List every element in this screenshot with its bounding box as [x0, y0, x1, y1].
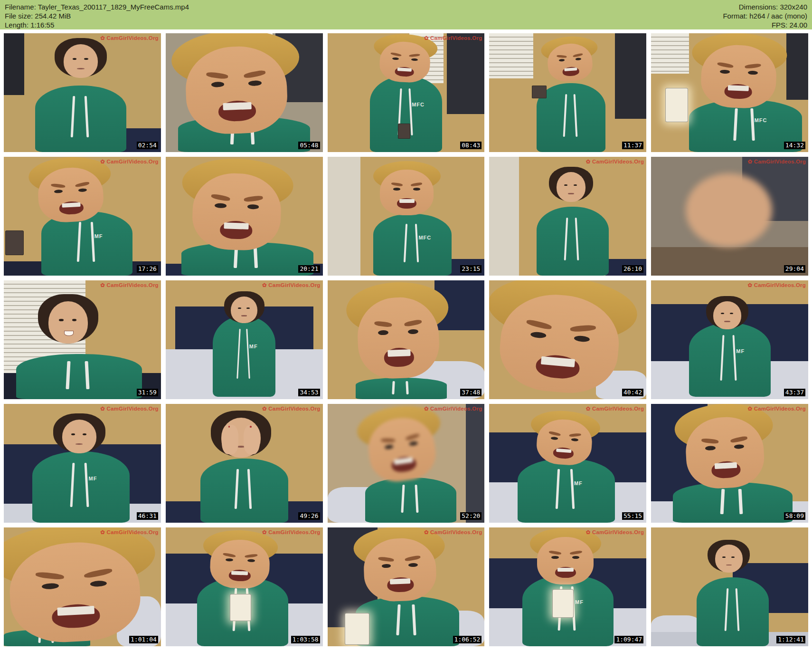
fingernail: [228, 426, 230, 427]
timestamp-badge: 20:21: [298, 265, 320, 273]
thumbnail-cell-16: MF✿ CamGirlVideos.Org46:31: [4, 404, 161, 523]
thumbnail-cell-2: 05:48: [166, 33, 323, 152]
person-mouth: [77, 68, 84, 69]
watermark: ✿ CamGirlVideos.Org: [100, 529, 159, 536]
thumbnail-cell-5: MFC14:32: [651, 33, 808, 152]
trump-mask-face: [360, 404, 442, 487]
watermark: ✿ CamGirlVideos.Org: [424, 35, 482, 41]
fps-label: FPS:: [772, 21, 787, 29]
hoodie-logo-text: MF: [249, 344, 258, 349]
background-panel: [447, 33, 484, 114]
thumbnail-cell-24: MF✿ CamGirlVideos.Org1:09:47: [489, 527, 646, 646]
person-eye: [246, 307, 250, 309]
trump-mask-face: [352, 284, 444, 382]
watermark: ✿ CamGirlVideos.Org: [586, 405, 644, 412]
watermark: ✿ CamGirlVideos.Org: [262, 529, 321, 536]
mask-eye: [720, 69, 730, 73]
trump-mask-face: [4, 527, 148, 646]
watermark: ✿ CamGirlVideos.Org: [424, 405, 482, 412]
person-skin: [557, 172, 585, 202]
thumbnail-cell-20: ✿ CamGirlVideos.Org58:09: [651, 404, 808, 523]
trump-mask-face: [377, 34, 434, 85]
hoodie-drawstring: [735, 588, 739, 631]
dimensions-line: Dimensions: 320x240: [723, 2, 807, 11]
thumbnail-cell-3: MFC✿ CamGirlVideos.Org08:43: [328, 33, 485, 152]
green-hoodie-figure: [537, 83, 606, 152]
file-info-left: Filename: Tayler_Texas_200117_1829_MyFre…: [5, 2, 189, 29]
mask-eye: [408, 563, 418, 566]
mask-eye: [748, 71, 758, 75]
trump-mask-face: [359, 527, 440, 603]
person-mouth: [76, 443, 83, 445]
hoodie-drawstring: [725, 588, 729, 631]
timestamp-badge: 17:26: [137, 265, 158, 273]
timestamp-badge: 46:31: [137, 512, 158, 520]
thumbnail-image: [489, 157, 646, 276]
mask-teeth: [223, 102, 252, 110]
green-hoodie-figure: MFC: [370, 76, 442, 152]
green-hoodie-figure: [356, 596, 459, 646]
hoodie-drawstring: [733, 108, 738, 140]
info-header: Filename: Tayler_Texas_200117_1829_MyFre…: [0, 0, 812, 29]
background-panel: [615, 33, 646, 119]
trump-mask-face: [535, 530, 596, 586]
person-eye: [722, 556, 726, 558]
phone: [398, 124, 410, 139]
person-mouth: [64, 331, 74, 335]
filesize-value: 254.42 MiB: [35, 12, 71, 20]
green-hoodie-figure: MF: [213, 316, 275, 397]
trump-mask-face: [491, 280, 629, 399]
thumbnail-image: MFC: [328, 33, 485, 152]
trump-mask-face: [207, 531, 274, 591]
thumbnail-image: [166, 527, 323, 646]
hoodie-drawstring: [750, 108, 755, 140]
hoodie-logo-text: MFC: [418, 235, 431, 240]
hoodie-drawstring: [84, 96, 89, 137]
format-line: Format: h264 / aac (mono): [723, 11, 807, 20]
green-hoodie-figure: MF: [518, 459, 615, 523]
hoodie-drawstring: [415, 224, 419, 262]
thumbnail-image: MF: [651, 280, 808, 399]
hoodie-drawstring: [85, 463, 89, 507]
background-panel: [328, 157, 360, 276]
green-hoodie-figure: [35, 86, 126, 152]
thumbnail-image: [651, 157, 808, 276]
thumbnail-cell-14: 40:42: [489, 280, 646, 399]
thumbnail-image: [489, 33, 646, 152]
hoodie-drawstring: [397, 604, 401, 635]
dimensions-label: Dimensions:: [739, 3, 778, 11]
thumbnail-cell-23: ✿ CamGirlVideos.Org1:06:52: [328, 527, 485, 646]
hoodie-drawstring: [575, 218, 579, 260]
timestamp-badge: 1:12:41: [776, 636, 805, 643]
length-value: 1:16:55: [30, 21, 54, 29]
hoodie-drawstring: [91, 222, 95, 262]
phone: [665, 88, 688, 122]
hoodie-logo-text: MF: [575, 599, 584, 605]
timestamp-badge: 14:32: [784, 142, 805, 149]
mask-skin: [184, 45, 288, 135]
window-blinds: [489, 33, 533, 78]
timestamp-badge: 1:01:04: [129, 636, 158, 643]
person-eye: [238, 307, 241, 309]
person-skin: [48, 301, 88, 343]
mask-teeth: [397, 67, 412, 72]
hoodie-logo-text: MF: [88, 476, 97, 481]
thumbnail-cell-13: 37:48: [328, 280, 485, 399]
green-hoodie-figure: [16, 354, 142, 399]
trump-mask-face: [697, 34, 781, 111]
trump-mask-face: [533, 410, 596, 468]
person-skin: [713, 301, 741, 329]
hoodie-drawstring: [401, 485, 405, 513]
green-hoodie-figure: MF: [32, 451, 130, 523]
woman-face: [60, 40, 101, 81]
woman-face: [711, 298, 744, 332]
phone: [552, 589, 574, 618]
thumbnail-cell-1: ✿ CamGirlVideos.Org02:54: [4, 33, 161, 152]
length-label: Length:: [5, 21, 28, 29]
hoodie-drawstring: [556, 469, 560, 509]
mask-teeth: [399, 199, 415, 203]
watermark: ✿ CamGirlVideos.Org: [100, 158, 159, 165]
thumbnail-cell-25: 1:12:41: [651, 527, 808, 646]
thumbnail-cell-10: ✿ CamGirlVideos.Org29:04: [651, 157, 808, 276]
hoodie-drawstring: [392, 381, 395, 394]
